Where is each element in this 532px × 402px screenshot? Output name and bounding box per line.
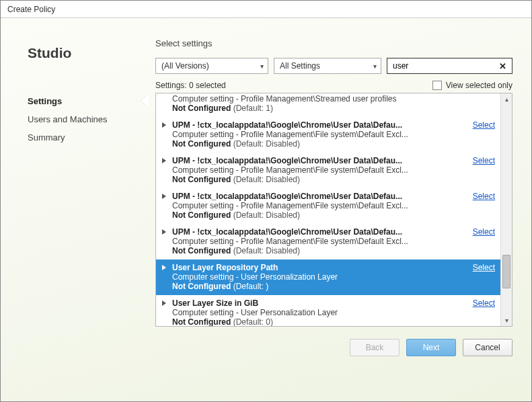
wizard-steps: Settings Users and Machines Summary <box>28 92 142 147</box>
search-box[interactable]: ✕ <box>387 58 512 74</box>
selection-count: Settings: 0 selected <box>155 81 226 90</box>
back-button: Back <box>350 339 400 356</box>
sidebar: Studio Settings Users and Machines Summa… <box>1 18 142 401</box>
expand-icon[interactable] <box>162 265 166 270</box>
setting-sub: Computer setting - Profile Management\Fi… <box>172 201 465 210</box>
step-settings[interactable]: Settings <box>28 92 142 110</box>
setting-sub: Computer setting - Profile Management\Fi… <box>172 237 465 246</box>
setting-status: Not Configured <box>172 282 231 291</box>
setting-status: Not Configured <box>172 210 231 220</box>
setting-status: Not Configured <box>172 317 231 326</box>
select-link[interactable]: Select <box>473 227 495 237</box>
setting-default: (Default: Disabled) <box>231 210 300 220</box>
expand-icon[interactable] <box>162 194 166 199</box>
setting-sub: Computer setting - Profile Management\Fi… <box>172 130 465 139</box>
setting-row[interactable]: UPM - !ctx_localappdata!\Google\Chrome\U… <box>156 117 500 153</box>
status-row: Settings: 0 selected View selected only <box>155 81 512 90</box>
setting-default: (Default: Disabled) <box>231 139 300 149</box>
window-body: Studio Settings Users and Machines Summa… <box>1 18 531 401</box>
page-title: Select settings <box>155 38 512 48</box>
setting-title: UPM - !ctx_localappdata!\Google\Chrome\U… <box>172 120 465 130</box>
setting-row[interactable]: User Layer Repository Path Computer sett… <box>156 259 500 295</box>
scope-dropdown-value: All Settings <box>280 61 320 71</box>
select-link[interactable]: Select <box>473 120 495 130</box>
view-selected-only-checkbox[interactable]: View selected only <box>432 81 512 90</box>
setting-status: Not Configured <box>172 104 231 113</box>
select-link[interactable]: Select <box>473 156 495 165</box>
chevron-down-icon: ▾ <box>373 63 377 70</box>
step-users-machines[interactable]: Users and Machines <box>28 110 142 128</box>
checkbox-box <box>432 81 442 90</box>
expand-icon[interactable] <box>162 300 166 306</box>
expand-icon[interactable] <box>162 158 166 163</box>
titlebar: Create Policy <box>1 1 531 18</box>
select-link[interactable]: Select <box>473 298 495 308</box>
versions-dropdown-value: (All Versions) <box>161 61 209 71</box>
setting-default: (Default: 0) <box>231 317 273 326</box>
selection-count-label: Settings: <box>155 81 187 90</box>
filter-row: (All Versions) ▾ All Settings ▾ ✕ <box>155 58 512 74</box>
select-link[interactable]: Select <box>473 192 495 201</box>
wizard-footer: Back Next Cancel <box>155 339 512 356</box>
setting-status: Not Configured <box>172 175 231 184</box>
setting-status: Not Configured <box>172 139 231 149</box>
setting-sub: Computer setting - Profile Management\Fi… <box>172 165 465 175</box>
setting-row[interactable]: User Layer Size in GiB Computer setting … <box>156 295 500 326</box>
setting-title: User Layer Repository Path <box>172 263 465 272</box>
scope-dropdown[interactable]: All Settings ▾ <box>274 58 381 74</box>
setting-row[interactable]: Computer setting - Profile Management\St… <box>156 93 500 117</box>
setting-row[interactable]: UPM - !ctx_localappdata!\Google\Chrome\U… <box>156 153 500 188</box>
settings-list[interactable]: Computer setting - Profile Management\St… <box>156 93 500 326</box>
create-policy-window: Create Policy Studio Settings Users and … <box>0 0 532 402</box>
scroll-thumb[interactable] <box>502 255 510 288</box>
selection-count-value: 0 selected <box>189 81 226 90</box>
versions-dropdown[interactable]: (All Versions) ▾ <box>155 58 268 74</box>
setting-row[interactable]: UPM - !ctx_localappdata!\Google\Chrome\U… <box>156 188 500 224</box>
settings-list-container: Computer setting - Profile Management\St… <box>155 93 512 327</box>
next-button[interactable]: Next <box>406 339 456 356</box>
scroll-down-icon[interactable]: ▾ <box>501 315 512 326</box>
setting-sub: Computer setting - Profile Management\St… <box>172 94 495 104</box>
setting-title: UPM - !ctx_localappdata!\Google\Chrome\U… <box>172 227 465 237</box>
setting-default: (Default: Disabled) <box>231 175 300 184</box>
setting-title: UPM - !ctx_localappdata!\Google\Chrome\U… <box>172 156 465 165</box>
setting-row[interactable]: UPM - !ctx_localappdata!\Google\Chrome\U… <box>156 224 500 259</box>
setting-default: (Default: 1) <box>231 104 273 113</box>
chevron-down-icon: ▾ <box>260 63 264 70</box>
clear-search-icon[interactable]: ✕ <box>496 61 509 71</box>
window-title: Create Policy <box>7 5 55 14</box>
setting-sub: Computer setting - User Personalization … <box>172 272 465 282</box>
search-input[interactable] <box>393 61 496 71</box>
scrollbar[interactable]: ▴ ▾ <box>500 93 512 326</box>
brand-label: Studio <box>28 45 142 61</box>
main-panel: Select settings (All Versions) ▾ All Set… <box>142 18 531 401</box>
view-selected-only-label: View selected only <box>446 81 512 90</box>
setting-default: (Default: Disabled) <box>231 246 300 255</box>
step-summary[interactable]: Summary <box>28 128 142 147</box>
scroll-up-icon[interactable]: ▴ <box>501 93 512 105</box>
select-link[interactable]: Select <box>473 263 495 272</box>
setting-title: UPM - !ctx_localappdata!\Google\Chrome\U… <box>172 192 465 201</box>
expand-icon[interactable] <box>162 229 166 235</box>
setting-status: Not Configured <box>172 246 231 255</box>
setting-default: (Default: ) <box>231 282 268 291</box>
setting-title: User Layer Size in GiB <box>172 298 465 308</box>
cancel-button[interactable]: Cancel <box>463 339 512 356</box>
setting-sub: Computer setting - User Personalization … <box>172 308 465 317</box>
expand-icon[interactable] <box>162 122 166 128</box>
